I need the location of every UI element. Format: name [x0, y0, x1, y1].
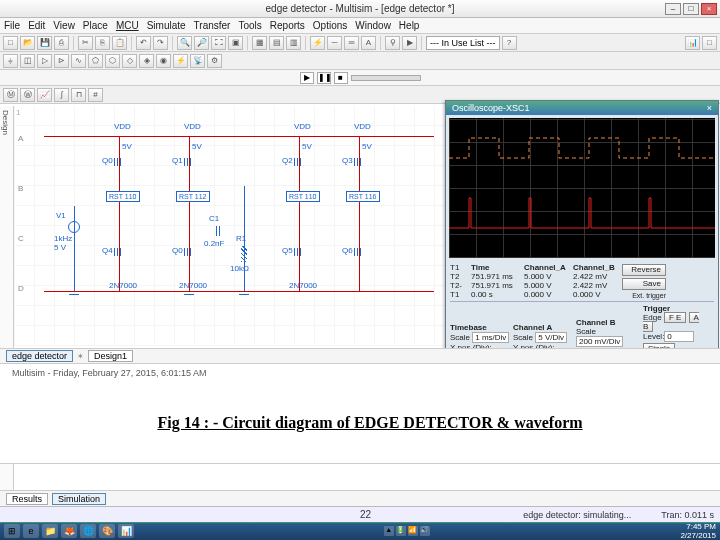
layers-icon[interactable]: ▥ [286, 36, 301, 50]
print-icon[interactable]: ⎙ [54, 36, 69, 50]
mosfet-q0[interactable] [114, 156, 126, 168]
menu-edit[interactable]: Edit [28, 20, 45, 31]
multimeter-icon[interactable]: Ⓜ [3, 88, 18, 102]
menu-window[interactable]: Window [355, 20, 391, 31]
menu-mcu[interactable]: MCU [116, 20, 139, 31]
redo-icon[interactable]: ↷ [153, 36, 168, 50]
tab-edge-detector[interactable]: edge detector [6, 350, 73, 362]
resistor[interactable] [241, 246, 247, 262]
zoom-fit-icon[interactable]: ⛶ [211, 36, 226, 50]
instrument-icon[interactable]: 📊 [685, 36, 700, 50]
full-screen-icon[interactable]: ▣ [228, 36, 243, 50]
menu-reports[interactable]: Reports [270, 20, 305, 31]
indicator-icon[interactable]: ◉ [156, 54, 171, 68]
tray-network-icon[interactable]: 📶 [408, 526, 418, 536]
save-button[interactable]: Save [622, 278, 666, 290]
ground-2[interactable] [184, 294, 194, 300]
close-button[interactable]: × [701, 3, 717, 15]
transistor-icon[interactable]: ⊳ [54, 54, 69, 68]
oscilloscope-window[interactable]: Oscilloscope-XSC1 × T1 T2 T2-T1 Time 751… [445, 100, 719, 358]
basic-icon[interactable]: ◫ [20, 54, 35, 68]
chrome-icon[interactable]: 🌐 [80, 524, 96, 538]
level-field[interactable]: 0 [664, 331, 694, 342]
help-icon[interactable]: ? [502, 36, 517, 50]
oscillo-close-icon[interactable]: × [707, 103, 712, 113]
power-icon[interactable]: ⚡ [173, 54, 188, 68]
explorer-icon[interactable]: 📁 [42, 524, 58, 538]
new-icon[interactable]: □ [3, 36, 18, 50]
mosfet-q6[interactable] [354, 246, 366, 258]
logic-icon[interactable]: ⊓ [71, 88, 86, 102]
ground-1[interactable] [69, 294, 79, 300]
tray-up-icon[interactable]: ▲ [384, 526, 394, 536]
tab-results[interactable]: Results [6, 493, 48, 505]
menu-options[interactable]: Options [313, 20, 347, 31]
play-button[interactable]: ▶ [300, 72, 314, 84]
stop-button[interactable]: ■ [334, 72, 348, 84]
menu-transfer[interactable]: Transfer [194, 20, 231, 31]
open-icon[interactable]: 📂 [20, 36, 35, 50]
clock[interactable]: 7:45 PM 2/27/2015 [680, 522, 716, 540]
bode-icon[interactable]: ∫ [54, 88, 69, 102]
wire-icon[interactable]: ─ [327, 36, 342, 50]
electro-icon[interactable]: ⚙ [207, 54, 222, 68]
tray-battery-icon[interactable]: 🔋 [396, 526, 406, 536]
oscilloscope-icon[interactable]: 📈 [37, 88, 52, 102]
start-button[interactable]: ⊞ [4, 524, 20, 538]
save-icon[interactable]: 💾 [37, 36, 52, 50]
capacitor[interactable] [214, 226, 222, 236]
in-use-list[interactable]: --- In Use List --- [426, 36, 500, 50]
grid-icon[interactable]: ▦ [252, 36, 267, 50]
reverse-button[interactable]: Reverse [622, 264, 666, 276]
menu-place[interactable]: Place [83, 20, 108, 31]
maximize-button[interactable]: □ [683, 3, 699, 15]
sources-icon[interactable]: ⏚ [3, 54, 18, 68]
cmos-icon[interactable]: ⬡ [105, 54, 120, 68]
mosfet-q4[interactable] [114, 246, 126, 258]
edge-fe[interactable]: F E [664, 312, 686, 323]
counter-icon[interactable]: # [88, 88, 103, 102]
ie-icon[interactable]: e [23, 524, 39, 538]
mixed-icon[interactable]: ◈ [139, 54, 154, 68]
paste-icon[interactable]: 📋 [112, 36, 127, 50]
mosfet-q5[interactable] [294, 246, 306, 258]
minimize-button[interactable]: – [665, 3, 681, 15]
menu-view[interactable]: View [53, 20, 75, 31]
mosfet-q3[interactable] [354, 156, 366, 168]
ttl-icon[interactable]: ⬠ [88, 54, 103, 68]
tb-scale[interactable]: 1 ms/Div [472, 332, 509, 343]
ext-trigger[interactable]: Ext. trigger [622, 292, 666, 299]
menu-simulate[interactable]: Simulate [147, 20, 186, 31]
mosfet-q0b[interactable] [184, 246, 196, 258]
rf-icon[interactable]: 📡 [190, 54, 205, 68]
sim-speed-slider[interactable] [351, 75, 421, 81]
zoom-in-icon[interactable]: 🔍 [177, 36, 192, 50]
menu-file[interactable]: File [4, 20, 20, 31]
text-icon[interactable]: A [361, 36, 376, 50]
ground-3[interactable] [239, 294, 249, 300]
paint-icon[interactable]: 🎨 [99, 524, 115, 538]
cha-scale[interactable]: 5 V/Div [535, 332, 567, 343]
scope-screen[interactable] [449, 118, 715, 258]
wattmeter-icon[interactable]: Ⓦ [20, 88, 35, 102]
run-icon[interactable]: ▶ [402, 36, 417, 50]
oscillo-titlebar[interactable]: Oscilloscope-XSC1 × [446, 101, 718, 115]
probe-icon[interactable]: ⚲ [385, 36, 400, 50]
mosfet-q2[interactable] [294, 156, 306, 168]
side-close-icon[interactable]: □ [702, 36, 717, 50]
mosfet-q1[interactable] [184, 156, 196, 168]
misc-icon[interactable]: ◇ [122, 54, 137, 68]
component-icon[interactable]: ⚡ [310, 36, 325, 50]
multisim-icon[interactable]: 📊 [118, 524, 134, 538]
tab-design1[interactable]: Design1 [88, 350, 133, 362]
copy-icon[interactable]: ⎘ [95, 36, 110, 50]
chb-scale[interactable]: 200 mV/Div [576, 336, 623, 347]
zoom-out-icon[interactable]: 🔎 [194, 36, 209, 50]
pause-button[interactable]: ❚❚ [317, 72, 331, 84]
bus-icon[interactable]: ═ [344, 36, 359, 50]
sheet-icon[interactable]: ▤ [269, 36, 284, 50]
analog-icon[interactable]: ∿ [71, 54, 86, 68]
tray-volume-icon[interactable]: 🔊 [420, 526, 430, 536]
firefox-icon[interactable]: 🦊 [61, 524, 77, 538]
menu-help[interactable]: Help [399, 20, 420, 31]
